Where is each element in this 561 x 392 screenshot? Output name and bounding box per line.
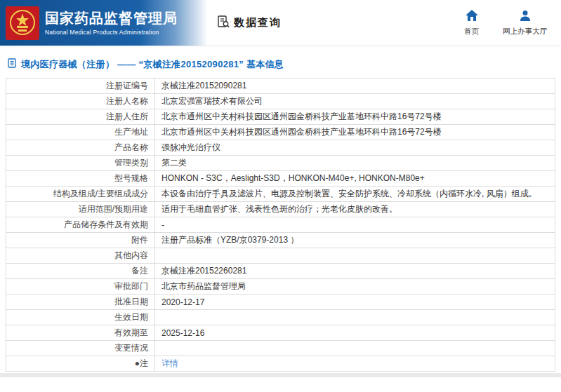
table-row: ●注详情 [6,356,555,372]
agency-subtitle: National Medical Products Administration [45,29,178,36]
table-row: 注册人名称北京宏强富瑞技术有限公司 [6,94,555,109]
row-value: 北京市通州区中关村科技园区通州园金桥科技产业基地环科中路16号72号楼 [155,109,555,125]
table-row: 产品储存条件及有效期- [6,217,555,233]
registration-info-table: 注册证编号京械注准20152090281注册人名称北京宏强富瑞技术有限公司注册人… [6,78,555,372]
row-label: 生产地址 [6,125,155,140]
table-row: 产品名称强脉冲光治疗仪 [6,140,555,156]
home-icon [466,10,478,24]
row-label: 适用范围/预期用途 [6,202,155,217]
breadcrumb: 境内医疗器械（注册） —— “京械注准20152090281” 基本信息 [0,46,561,78]
section-title: 数据查询 [234,16,282,29]
table-row: 管理类别第二类 [6,156,555,171]
row-label: 生效日期 [6,310,155,325]
row-value: 北京市药品监督管理局 [155,279,555,295]
row-value: 京械注准20152090281 [155,79,555,94]
row-value: 第二类 [155,156,555,171]
table-row: 批准日期2020-12-17 [6,295,555,310]
row-value: 京械注准20152260281 [155,264,555,279]
nav-home-label: 首页 [464,27,479,36]
row-value: 本设备由治疗手具及滤波片、电源及控制装置、安全防护系统、冷却系统（内循环水冷, … [155,187,555,202]
agency-titles: 国家药品监督管理局 National Medical Products Admi… [45,10,178,36]
row-label: 变更情况 [6,341,155,356]
agency-brand: 国家药品监督管理局 National Medical Products Admi… [6,6,173,40]
page-title: 境内医疗器械（注册） —— “京械注准20152090281” 基本信息 [21,58,284,71]
row-value: 2020-12-17 [155,295,555,310]
row-label: 备注 [6,264,155,279]
row-label: 其他内容 [6,248,155,264]
table-row: 注册人住所北京市通州区中关村科技园区通州园金桥科技产业基地环科中路16号72号楼 [6,109,555,125]
document-icon [7,58,17,71]
top-header: 国家药品监督管理局 National Medical Products Admi… [0,0,561,46]
row-value: 注册产品标准（YZB/京0379-2013 ） [155,233,555,248]
table-row: 有效期至2025-12-16 [6,325,555,341]
table-row: 结构及组成/主要组成成分本设备由治疗手具及滤波片、电源及控制装置、安全防护系统、… [6,187,555,202]
row-label: 审批部门 [6,279,155,295]
table-row: 注册证编号京械注准20152090281 [6,79,555,94]
table-row: 附件注册产品标准（YZB/京0379-2013 ） [6,233,555,248]
footer-strip [0,373,561,377]
row-label: 有效期至 [6,325,155,341]
nav-home[interactable]: 首页 [464,10,479,36]
table-row: 生产地址北京市通州区中关村科技园区通州园金桥科技产业基地环科中路16号72号楼 [6,125,555,140]
detail-link[interactable]: 详情 [161,358,178,368]
info-table-body: 注册证编号京械注准20152090281注册人名称北京宏强富瑞技术有限公司注册人… [6,79,555,372]
header-nav: 首页 网上办事大厅 [464,10,547,36]
row-value [155,248,555,264]
row-label: 注册人住所 [6,109,155,125]
row-label: 型号规格 [6,171,155,187]
row-value [155,341,555,356]
table-row: 审批部门北京市药品监督管理局 [6,279,555,295]
registration-info-panel: 注册证编号京械注准20152090281注册人名称北京宏强富瑞技术有限公司注册人… [0,78,561,372]
nav-service-hall-label: 网上办事大厅 [503,27,547,36]
table-row: 备注京械注准20152260281 [6,264,555,279]
row-value: 北京宏强富瑞技术有限公司 [155,94,555,109]
row-label: 注册证编号 [6,79,155,94]
person-icon [520,10,531,24]
row-value: 详情 [155,356,555,372]
table-row: 生效日期 [6,310,555,325]
data-query-section: 数据查询 [216,15,282,32]
table-row: 型号规格HONKON - S3C，Aeslight-S3D，HONKON-M40… [6,171,555,187]
agency-title: 国家药品监督管理局 [45,10,178,27]
row-value: 适用于毛细血管扩张、浅表性色斑的治疗；光老化皮肤的改善。 [155,202,555,217]
table-row: 适用范围/预期用途适用于毛细血管扩张、浅表性色斑的治疗；光老化皮肤的改善。 [6,202,555,217]
nav-service-hall[interactable]: 网上办事大厅 [503,10,547,36]
row-label: ●注 [6,356,155,372]
row-label: 注册人名称 [6,94,155,109]
row-label: 管理类别 [6,156,155,171]
row-value: - [155,217,555,233]
row-label: 产品储存条件及有效期 [6,217,155,233]
row-value: 北京市通州区中关村科技园区通州园金桥科技产业基地环科中路16号72号楼 [155,125,555,140]
row-label: 批准日期 [6,295,155,310]
row-label: 结构及组成/主要组成成分 [6,187,155,202]
row-value: 2025-12-16 [155,325,555,341]
national-emblem-logo [6,6,39,40]
row-label: 产品名称 [6,140,155,156]
row-value: 强脉冲光治疗仪 [155,140,555,156]
data-query-icon [216,15,230,32]
row-value [155,310,555,325]
row-value: HONKON - S3C，Aeslight-S3D，HONKON-M40e+, … [155,171,555,187]
table-row: 变更情况 [6,341,555,356]
table-row: 其他内容 [6,248,555,264]
row-label: 附件 [6,233,155,248]
